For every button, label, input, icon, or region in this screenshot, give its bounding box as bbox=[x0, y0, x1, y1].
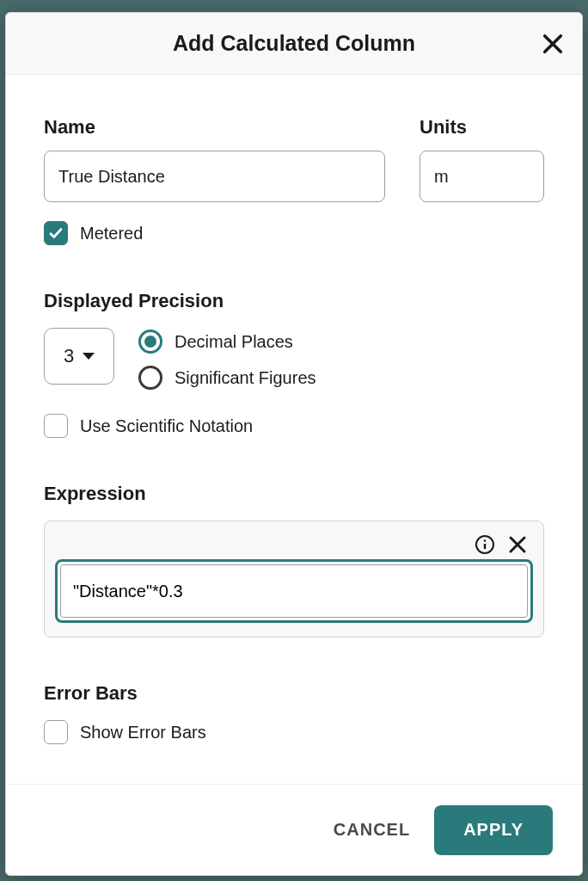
show-error-bars-checkbox[interactable] bbox=[44, 720, 68, 744]
close-icon[interactable] bbox=[541, 32, 565, 56]
scientific-notation-label: Use Scientific Notation bbox=[80, 416, 253, 436]
name-label: Name bbox=[44, 116, 385, 139]
apply-button[interactable]: APPLY bbox=[434, 805, 553, 855]
svg-point-4 bbox=[484, 539, 487, 542]
metered-checkbox[interactable] bbox=[44, 221, 68, 245]
modal-title: Add Calculated Column bbox=[173, 31, 415, 56]
radio-icon bbox=[138, 366, 162, 390]
radio-icon bbox=[138, 330, 162, 354]
show-error-bars-label: Show Error Bars bbox=[80, 723, 206, 742]
name-input[interactable] bbox=[44, 151, 385, 202]
caret-down-icon bbox=[83, 353, 95, 360]
modal-header: Add Calculated Column bbox=[6, 13, 582, 75]
units-label: Units bbox=[420, 116, 544, 139]
modal-body: Name Units Metered Displayed Precision bbox=[6, 75, 582, 784]
precision-section: Displayed Precision 3 Decimal Places bbox=[44, 290, 544, 438]
errorbars-heading: Error Bars bbox=[44, 682, 544, 705]
modal-footer: CANCEL APPLY bbox=[6, 784, 582, 875]
radio-label-decimal: Decimal Places bbox=[175, 332, 293, 352]
errorbars-section: Error Bars Show Error Bars bbox=[44, 682, 544, 744]
precision-radio-decimal[interactable]: Decimal Places bbox=[138, 330, 316, 354]
precision-radio-sigfig[interactable]: Significant Figures bbox=[138, 366, 316, 390]
expression-input[interactable] bbox=[60, 564, 528, 618]
expression-box bbox=[44, 521, 544, 638]
metered-label: Metered bbox=[80, 224, 143, 243]
expression-heading: Expression bbox=[44, 483, 544, 505]
radio-label-sigfig: Significant Figures bbox=[175, 368, 316, 388]
scientific-notation-checkbox[interactable] bbox=[44, 414, 68, 438]
precision-value: 3 bbox=[64, 345, 74, 367]
clear-expression-icon[interactable] bbox=[507, 534, 528, 555]
precision-select[interactable]: 3 bbox=[44, 328, 114, 385]
add-calculated-column-modal: Add Calculated Column Name Units bbox=[5, 12, 583, 876]
cancel-button[interactable]: CANCEL bbox=[334, 820, 410, 840]
units-input[interactable] bbox=[420, 151, 544, 202]
info-icon[interactable] bbox=[475, 534, 495, 555]
precision-heading: Displayed Precision bbox=[44, 290, 544, 312]
expression-section: Expression bbox=[44, 483, 544, 638]
